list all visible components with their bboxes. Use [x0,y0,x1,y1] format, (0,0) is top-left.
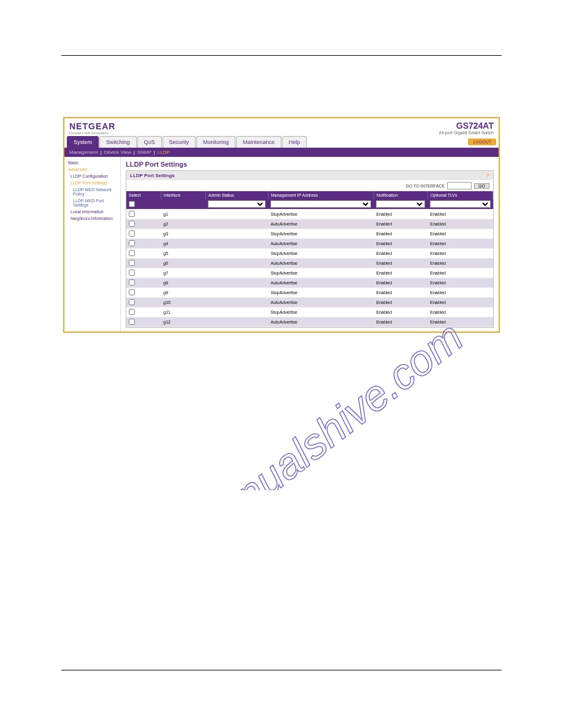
panel-box: LLDP Port Settings ? GO TO INTERFACE GO … [126,170,494,328]
row-checkbox[interactable] [129,250,135,256]
cell-interface: g12 [161,317,205,327]
cell-interface: g10 [161,298,205,308]
table-row: g7StopAdvertiseEnabledEnabled [126,268,493,278]
cell-notification: Enabled [373,288,427,298]
table-row: g10AutoAdvertiseEnabledEnabled [126,298,493,308]
sidebar-local-info[interactable]: Local Information [66,208,119,215]
sidebar-lldp-port[interactable]: LLDP Port Settings [66,180,119,186]
cell-notification: Enabled [373,268,427,278]
cell-interface: g11 [161,308,205,317]
col-mgmt-ip: Management IP Address [268,191,373,199]
cell-interface: g1 [161,210,205,219]
row-checkbox[interactable] [129,230,135,237]
select-all-checkbox[interactable] [129,201,135,207]
panel-header: LLDP Port Settings ? [126,171,493,180]
filter-notification[interactable] [376,200,425,208]
row-checkbox[interactable] [129,270,135,276]
sidebar: Basic Advanced LLDP Configuration LLDP P… [64,157,121,332]
goto-label: GO TO INTERFACE [406,184,445,188]
cell-mgmt-ip: StopAdvertise [268,210,373,219]
cell-notification: Enabled [373,308,427,317]
tab-help[interactable]: Help [282,136,307,148]
sidebar-basic[interactable]: Basic [66,159,119,166]
row-checkbox[interactable] [129,260,135,266]
row-checkbox[interactable] [129,309,135,315]
col-notification: Notification [373,191,427,199]
sub-tab-bar: Management | Device View | SNMP | LLDP [64,148,499,157]
cell-mgmt-ip: AutoAdvertise [268,317,373,327]
cell-mgmt-ip: StopAdvertise [268,308,373,317]
tab-switching[interactable]: Switching [99,136,137,148]
subtab-lldp[interactable]: LLDP [158,150,170,155]
cell-tlvs: Enabled [427,249,492,259]
col-admin-status: Admin Status [205,191,268,199]
cell-notification: Enabled [373,249,427,259]
tab-monitoring[interactable]: Monitoring [196,136,236,148]
cell-admin-status [205,288,268,298]
row-checkbox[interactable] [129,319,135,325]
tab-maintenance[interactable]: Maintenance [236,136,282,148]
cell-tlvs: Enabled [427,268,492,278]
content-area: Basic Advanced LLDP Configuration LLDP P… [64,157,499,332]
table-row: g8AutoAdvertiseEnabledEnabled [126,278,493,288]
panel-header-text: LLDP Port Settings [130,173,175,178]
bottom-rule [61,670,502,670]
table-row: g2AutoAdvertiseEnabledEnabled [126,219,493,229]
subtab-management[interactable]: Management [69,150,98,155]
table-row: g3StopAdvertiseEnabledEnabled [126,229,493,239]
cell-admin-status [205,298,268,308]
model-desc: 24-port Gigabit Smart Switch [439,131,494,135]
tab-system[interactable]: System [67,136,99,148]
main-panel: LLDP Port Settings LLDP Port Settings ? … [121,157,499,332]
cell-notification: Enabled [373,278,427,288]
filter-tlvs[interactable] [430,200,490,208]
filter-mgmt-ip[interactable] [270,200,371,208]
sidebar-lldp-med-policy[interactable]: LLDP-MED Network Policy [66,186,119,197]
cell-mgmt-ip: AutoAdvertise [268,298,373,308]
row-checkbox[interactable] [129,221,135,227]
sidebar-lldp-config[interactable]: LLDP Configuration [66,173,119,180]
table-row: g9StopAdvertiseEnabledEnabled [126,288,493,298]
go-button[interactable]: GO [474,183,489,189]
header-bar: NETGEAR Connect with Innovation GS724AT … [64,118,499,136]
filter-admin-status[interactable] [208,200,266,208]
row-checkbox[interactable] [129,289,135,295]
sidebar-neighbors[interactable]: Neighbors Information [66,215,119,222]
sidebar-lldp-med-port[interactable]: LLDP-MED Port Settings [66,197,119,208]
goto-input[interactable] [447,182,472,189]
cell-admin-status [205,219,268,229]
row-checkbox[interactable] [129,240,135,246]
row-checkbox[interactable] [129,211,135,217]
cell-mgmt-ip: AutoAdvertise [268,219,373,229]
table-row: g5StopAdvertiseEnabledEnabled [126,249,493,259]
logout-button[interactable]: LOGOUT [468,138,496,145]
cell-interface: g5 [161,249,205,259]
col-select: Select [126,191,161,199]
cell-admin-status [205,317,268,327]
tab-security[interactable]: Security [163,136,196,148]
subtab-snmp[interactable]: SNMP [137,150,151,155]
panel-title: LLDP Port Settings [126,161,494,168]
cell-interface: g4 [161,239,205,249]
cell-mgmt-ip: AutoAdvertise [268,239,373,249]
help-icon[interactable]: ? [486,173,489,178]
cell-admin-status [205,259,268,268]
cell-mgmt-ip: StopAdvertise [268,229,373,239]
tab-qos[interactable]: QoS [137,136,162,148]
cell-notification: Enabled [373,239,427,249]
row-checkbox[interactable] [129,299,135,305]
sidebar-advanced[interactable]: Advanced [66,166,119,173]
cell-interface: g6 [161,259,205,268]
tab-row: System Switching QoS Security Monitoring… [64,136,499,148]
col-interface: Interface [161,191,205,199]
top-rule [61,55,502,56]
col-optional-tlvs: Optional TLVs [427,191,492,199]
row-checkbox[interactable] [129,279,135,286]
table-row: g4AutoAdvertiseEnabledEnabled [126,239,493,249]
table-row: g6AutoAdvertiseEnabledEnabled [126,259,493,268]
subtab-sep: | [101,150,102,155]
cell-notification: Enabled [373,317,427,327]
subtab-device-view[interactable]: Device View [104,150,131,155]
cell-mgmt-ip: StopAdvertise [268,288,373,298]
cell-tlvs: Enabled [427,229,492,239]
